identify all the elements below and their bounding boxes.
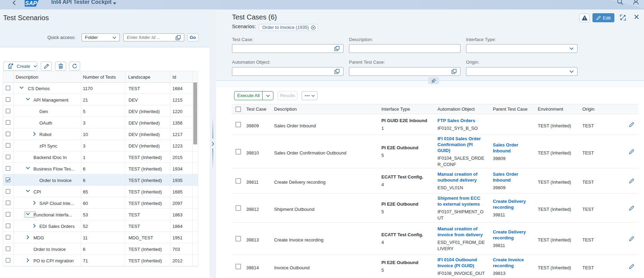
svg-text:SAP: SAP bbox=[25, 0, 37, 6]
